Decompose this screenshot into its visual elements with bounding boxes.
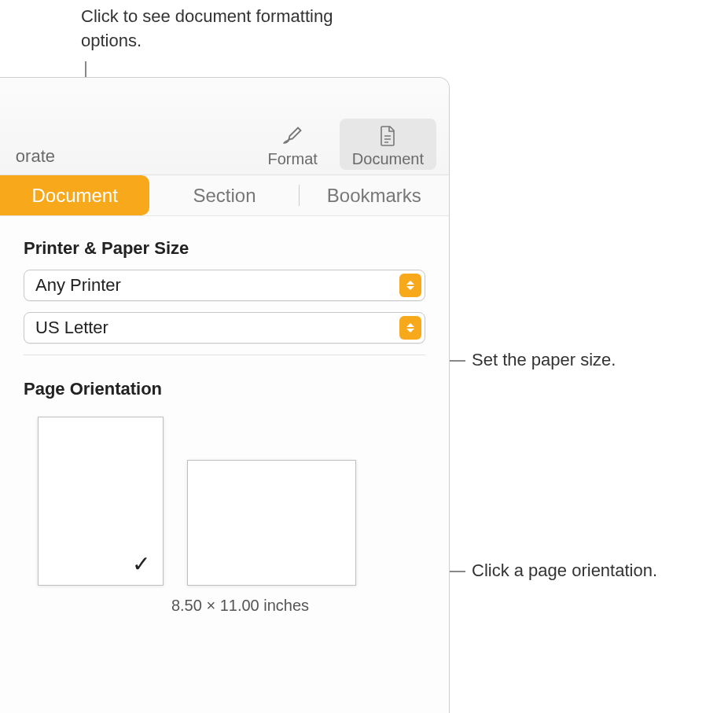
callout-document-tab: Click to see document formatting options…: [81, 5, 348, 53]
page-orientation-heading: Page Orientation: [24, 379, 425, 399]
document-icon: [377, 125, 399, 147]
tab-document[interactable]: Document: [0, 175, 149, 215]
tab-bar: Document Section Bookmarks: [0, 175, 449, 216]
format-toolbar-button[interactable]: Format: [256, 119, 330, 170]
orientation-portrait-button[interactable]: ✓: [38, 417, 164, 586]
divider: [24, 355, 425, 355]
paintbrush-icon: [281, 125, 303, 147]
paper-size-popup-value: US Letter: [35, 318, 399, 338]
orientation-options: ✓: [38, 417, 425, 586]
tab-bookmarks[interactable]: Bookmarks: [300, 175, 449, 215]
updown-arrows-icon: [399, 274, 421, 297]
orientation-landscape-button[interactable]: [187, 460, 356, 586]
inspector-panel: orate Format Document: [0, 77, 450, 713]
tab-section-label: Section: [193, 185, 256, 207]
printer-paper-heading: Printer & Paper Size: [24, 238, 425, 259]
callout-document-tab-text: Click to see document formatting options…: [81, 6, 333, 50]
tab-section[interactable]: Section: [149, 175, 299, 215]
tab-document-label: Document: [31, 185, 117, 207]
paper-size-popup[interactable]: US Letter: [24, 312, 425, 344]
checkmark-icon: ✓: [132, 551, 150, 577]
callout-orientation-text: Click a page orientation.: [472, 560, 657, 580]
printer-popup-value: Any Printer: [35, 275, 399, 296]
toolbar-cut-label: orate: [0, 146, 55, 167]
printer-popup[interactable]: Any Printer: [24, 270, 425, 301]
document-toolbar-button[interactable]: Document: [340, 119, 436, 170]
callout-paper-size: Set the paper size.: [472, 348, 616, 373]
updown-arrows-icon: [399, 316, 421, 340]
callout-paper-size-text: Set the paper size.: [472, 350, 616, 369]
format-toolbar-label: Format: [268, 150, 318, 168]
document-toolbar-label: Document: [352, 150, 424, 168]
callout-orientation: Click a page orientation.: [472, 559, 657, 583]
tab-bookmarks-label: Bookmarks: [327, 185, 421, 207]
panel-body: Printer & Paper Size Any Printer US Lett…: [0, 216, 449, 637]
toolbar: orate Format Document: [0, 78, 449, 175]
page-dimensions-label: 8.50 × 11.00 inches: [55, 597, 425, 615]
